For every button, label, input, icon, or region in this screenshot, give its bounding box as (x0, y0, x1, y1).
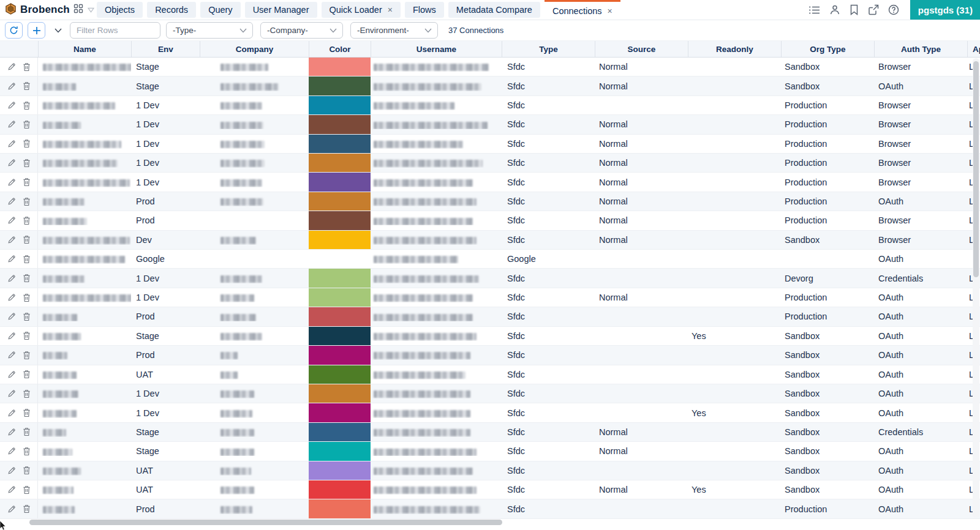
delete-row-button[interactable] (23, 177, 31, 187)
more-options-chevron[interactable] (49, 22, 67, 39)
delete-row-button[interactable] (23, 293, 31, 302)
edit-row-button[interactable] (7, 140, 16, 148)
delete-row-button[interactable] (23, 485, 31, 495)
delete-row-button[interactable] (23, 62, 31, 72)
color-swatch (309, 403, 371, 422)
refresh-button[interactable] (5, 22, 23, 39)
edit-row-button[interactable] (7, 178, 16, 187)
column-header-company[interactable]: Company (200, 41, 309, 57)
edit-row-button[interactable] (7, 62, 16, 71)
delete-row-button[interactable] (23, 408, 31, 417)
column-header-source[interactable]: Source (595, 41, 688, 57)
brand-dropdown-caret-icon[interactable] (88, 4, 94, 15)
company-cell (200, 350, 309, 360)
delete-row-button[interactable] (23, 255, 31, 264)
edit-row-button[interactable] (7, 351, 16, 359)
edit-row-button[interactable] (7, 255, 16, 263)
edit-row-button[interactable] (7, 389, 16, 398)
delete-row-button[interactable] (23, 139, 31, 148)
column-header-api[interactable]: Api (967, 41, 980, 57)
edit-row-button[interactable] (7, 197, 16, 206)
column-header-env[interactable]: Env (131, 41, 200, 57)
delete-row-button[interactable] (23, 370, 31, 379)
table-row: 1 DevSfdcNormalProductionOAuthL (0, 288, 980, 307)
column-header-readonly[interactable]: Readonly (688, 41, 781, 57)
delete-row-button[interactable] (23, 120, 31, 129)
delete-row-button[interactable] (23, 504, 31, 513)
edit-row-button[interactable] (7, 82, 16, 91)
delete-row-button[interactable] (23, 466, 31, 475)
external-link-icon[interactable] (868, 4, 879, 15)
type-select[interactable]: -Type- (166, 22, 253, 39)
delete-row-button[interactable] (23, 197, 31, 206)
company-select[interactable]: -Company- (260, 22, 343, 39)
edit-row-button[interactable] (7, 409, 16, 417)
edit-row-button[interactable] (7, 428, 16, 436)
tab-user-manager[interactable]: User Manager (245, 2, 317, 18)
edit-row-button[interactable] (7, 101, 16, 110)
tab-records[interactable]: Records (147, 2, 196, 18)
edit-row-button[interactable] (7, 370, 16, 379)
org-badge[interactable]: pgstgds (31) (910, 0, 980, 20)
app-grid-icon[interactable] (74, 4, 83, 16)
edit-row-button[interactable] (7, 485, 16, 494)
horizontal-scrollbar-thumb[interactable] (29, 520, 502, 525)
column-header-username[interactable]: Username (371, 41, 502, 57)
delete-row-button[interactable] (23, 274, 31, 283)
edit-row-button[interactable] (7, 505, 16, 513)
add-connection-button[interactable] (28, 22, 45, 39)
column-header-color[interactable]: Color (309, 41, 371, 57)
edit-row-button[interactable] (7, 159, 16, 167)
delete-row-button[interactable] (23, 351, 31, 360)
user-icon[interactable] (829, 4, 840, 15)
column-header-org-type[interactable]: Org Type (781, 41, 874, 57)
edit-row-button[interactable] (7, 274, 16, 283)
delete-row-button[interactable] (23, 389, 31, 398)
tab-query[interactable]: Query (200, 2, 241, 18)
delete-row-button[interactable] (23, 447, 31, 456)
redacted-username (374, 390, 470, 398)
edit-row-button[interactable] (7, 447, 16, 455)
column-header-type[interactable]: Type (502, 41, 595, 57)
column-header-name[interactable]: Name (38, 41, 131, 57)
edit-row-button[interactable] (7, 332, 16, 340)
table-row: 1 DevSfdcProductionBrowserL (0, 96, 980, 115)
filter-rows-input[interactable] (70, 22, 160, 39)
tab-close-icon[interactable]: × (388, 6, 393, 14)
delete-row-button[interactable] (23, 159, 31, 168)
type-cell: Sfdc (502, 504, 595, 514)
delete-row-button[interactable] (23, 427, 31, 436)
redacted-username (374, 83, 481, 91)
list-icon[interactable] (809, 5, 820, 15)
column-header-auth-type[interactable]: Auth Type (874, 41, 967, 57)
tab-connections[interactable]: Connections× (545, 0, 620, 20)
edit-row-button[interactable] (7, 120, 16, 129)
delete-row-button[interactable] (23, 331, 31, 340)
color-swatch (309, 231, 371, 249)
tab-flows[interactable]: Flows (405, 2, 444, 18)
environment-select[interactable]: -Environment- (350, 22, 438, 39)
row-actions (0, 135, 38, 153)
row-actions (0, 384, 38, 403)
tab-metadata-compare[interactable]: Metadata Compare (448, 2, 540, 18)
connection-name-cell (38, 427, 131, 437)
redacted-name (43, 410, 77, 417)
color-swatch (309, 384, 371, 403)
delete-row-button[interactable] (23, 101, 31, 110)
delete-row-button[interactable] (23, 216, 31, 225)
vertical-scrollbar-thumb[interactable] (973, 61, 979, 277)
delete-row-button[interactable] (23, 312, 31, 321)
edit-row-button[interactable] (7, 312, 16, 321)
edit-row-button[interactable] (7, 216, 16, 225)
color-cell (309, 115, 371, 133)
delete-row-button[interactable] (23, 81, 31, 91)
edit-row-button[interactable] (7, 466, 16, 475)
bookmark-icon[interactable] (850, 4, 859, 15)
edit-row-button[interactable] (7, 236, 16, 244)
edit-row-button[interactable] (7, 293, 16, 302)
help-icon[interactable] (888, 4, 899, 15)
tab-close-icon[interactable]: × (608, 7, 612, 15)
delete-row-button[interactable] (23, 235, 31, 244)
tab-quick-loader[interactable]: Quick Loader× (322, 2, 401, 18)
tab-objects[interactable]: Objects (97, 2, 143, 18)
